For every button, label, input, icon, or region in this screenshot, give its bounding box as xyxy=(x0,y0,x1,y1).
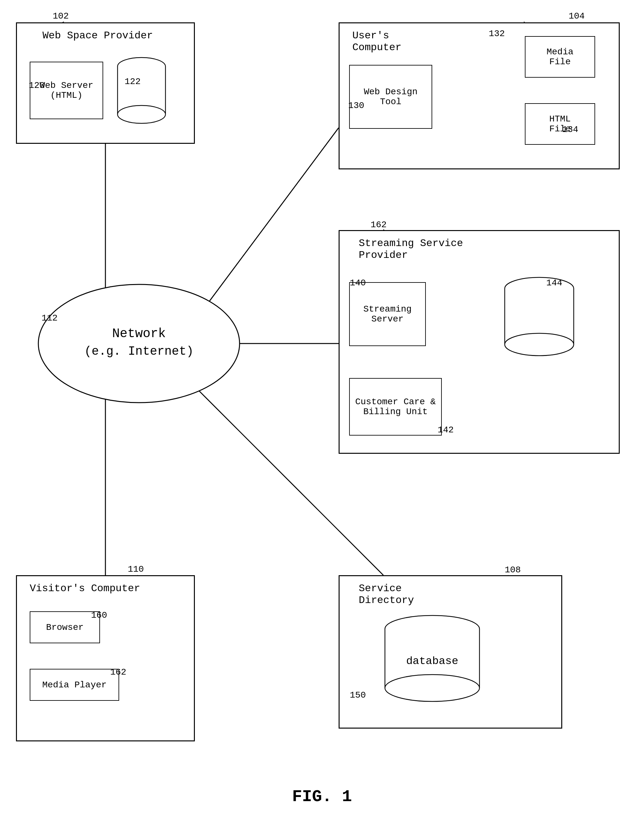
fig-label-text: FIG. 1 xyxy=(292,787,352,806)
ref-144: 144 xyxy=(546,278,562,288)
ref-120: 120 xyxy=(29,81,45,91)
users-computer-box: User'sComputer Web DesignTool MediaFile … xyxy=(339,23,620,169)
ref-134: 134 xyxy=(562,125,578,135)
ref-122: 122 xyxy=(125,77,141,87)
streaming-service-provider-box: Streaming ServiceProvider StreamingServe… xyxy=(339,230,620,454)
figure-label: FIG. 1 xyxy=(292,787,352,806)
media-file-label: MediaFile xyxy=(547,47,573,67)
web-server-label: Web Server(HTML) xyxy=(40,81,93,100)
web-space-provider-title: Web Space Provider xyxy=(42,30,153,42)
browser-box: Browser xyxy=(30,611,100,643)
service-directory-title: ServiceDirectory xyxy=(359,583,414,606)
users-computer-title: User'sComputer xyxy=(352,30,402,54)
media-player-box: Media Player xyxy=(30,669,119,701)
svg-point-28 xyxy=(385,674,480,702)
svg-point-16 xyxy=(38,284,240,403)
ref-112: 112 xyxy=(42,313,57,323)
ref-102: 102 xyxy=(53,11,69,21)
svg-point-23 xyxy=(505,333,574,356)
svg-text:Network: Network xyxy=(112,327,166,341)
media-file-box: MediaFile xyxy=(525,36,595,78)
media-player-label: Media Player xyxy=(42,680,107,690)
html-file-box: HTMLFile xyxy=(525,103,595,145)
ref-162-ssp: 162 xyxy=(371,220,386,230)
ref-140: 140 xyxy=(350,278,366,288)
visitors-computer-box: Visitor's Computer Browser Media Player xyxy=(16,575,195,741)
web-design-tool-label: Web DesignTool xyxy=(364,87,417,107)
svg-point-15 xyxy=(118,106,165,123)
browser-label: Browser xyxy=(46,622,84,632)
ref-162-visitor: 162 xyxy=(110,667,126,677)
customer-care-box: Customer Care &Billing Unit xyxy=(349,378,442,435)
customer-care-label: Customer Care &Billing Unit xyxy=(355,397,436,417)
streaming-server-box: StreamingServer xyxy=(349,282,426,346)
ref-104: 104 xyxy=(569,11,585,21)
svg-text:database: database xyxy=(406,655,458,667)
ref-108: 108 xyxy=(505,565,521,575)
svg-line-4 xyxy=(208,128,339,304)
web-design-tool-box: Web DesignTool xyxy=(349,65,432,129)
service-directory-box: ServiceDirectory database xyxy=(339,575,562,729)
ref-110: 110 xyxy=(128,564,144,574)
ref-160: 160 xyxy=(91,610,107,620)
streaming-server-label: StreamingServer xyxy=(363,304,412,324)
ref-142: 142 xyxy=(438,425,454,435)
web-server-box: Web Server(HTML) xyxy=(30,62,103,119)
visitors-computer-title: Visitor's Computer xyxy=(30,583,140,595)
svg-text:(e.g. Internet): (e.g. Internet) xyxy=(84,344,194,358)
ref-132: 132 xyxy=(489,29,505,39)
streaming-service-provider-title: Streaming ServiceProvider xyxy=(359,237,463,261)
ref-130: 130 xyxy=(348,101,364,110)
ref-150: 150 xyxy=(350,690,366,700)
